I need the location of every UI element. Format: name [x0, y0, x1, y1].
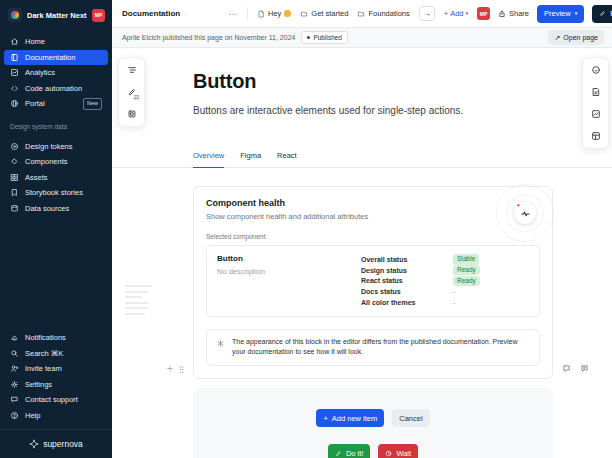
home-icon [10, 37, 19, 46]
block-icon [127, 109, 137, 119]
add-new-item-button[interactable]: + Add new item [316, 409, 384, 427]
wave-emoji-icon [284, 10, 291, 17]
sidebar-item-label: Contact support [25, 395, 78, 404]
folder-icon [357, 10, 365, 18]
tab-overview[interactable]: Overview [193, 151, 224, 168]
status-row: All color themes - [361, 297, 529, 308]
sidebar-item-portal[interactable]: Portal New [4, 96, 108, 112]
sidebar-data-nav: Design tokens Components Assets Storyboo… [0, 134, 112, 217]
sidebar-main-nav: Home Documentation Analytics Code automa… [0, 29, 112, 112]
help-icon [10, 411, 19, 420]
folder-icon [300, 10, 308, 18]
sidebar-item-data-sources[interactable]: Data sources [4, 201, 108, 217]
chevron-down-icon: ▾ [465, 11, 468, 16]
insert-block-icon[interactable]: + [167, 364, 173, 374]
gear-icon [10, 380, 19, 389]
page-settings-button[interactable] [584, 81, 607, 103]
sidebar-item-assets[interactable]: Assets [4, 170, 108, 186]
user-avatar[interactable]: MP [92, 9, 105, 22]
toc-icon [127, 65, 137, 75]
page-tab-get-started[interactable]: Get started [300, 9, 348, 18]
block-title: Component health [206, 198, 540, 208]
editor-left-toolbar: 22 [118, 57, 145, 127]
status-row: React status Ready [361, 276, 529, 287]
blocks-button[interactable] [120, 103, 143, 125]
sidebar-item-code-automation[interactable]: Code automation [4, 81, 108, 97]
publish-button[interactable]: Publish ▾ [592, 5, 612, 23]
open-page-button[interactable]: ↗ Open page [548, 30, 604, 45]
clock-icon [385, 450, 392, 457]
chart-icon [591, 109, 601, 119]
share-button[interactable]: Share [498, 9, 529, 18]
status-table: Overall status Stable Design status Read… [361, 254, 529, 308]
sidebar-item-label: Search ⌘K [25, 349, 63, 358]
search-icon [10, 349, 19, 358]
pencil-icon [335, 450, 342, 457]
sidebar-item-notifications[interactable]: Notifications [4, 330, 108, 346]
block-subtitle: Show component health and additional att… [206, 212, 540, 221]
comment-history-icon[interactable] [580, 364, 589, 373]
code-icon [10, 84, 19, 93]
next-page-button[interactable]: → [419, 6, 435, 21]
cancel-button[interactable]: Cancel [392, 409, 429, 427]
sidebar-item-documentation[interactable]: Documentation [4, 50, 108, 66]
supernova-star-icon [29, 439, 39, 449]
toc-preview-skeleton[interactable] [125, 285, 152, 315]
sidebar-item-design-tokens[interactable]: Design tokens [4, 139, 108, 155]
sidebar-item-label: Storybook stories [25, 188, 83, 197]
sidebar-item-search[interactable]: Search ⌘K [4, 346, 108, 362]
wait-button[interactable]: Wait [378, 444, 418, 458]
sidebar-item-label: Portal [25, 99, 45, 108]
status-badge: Ready [453, 265, 480, 275]
component-health-block[interactable]: ♥ Component health Show component health… [193, 186, 553, 379]
sidebar-item-invite-team[interactable]: Invite team [4, 361, 108, 377]
toc-button[interactable] [120, 59, 143, 81]
layout-button[interactable] [584, 125, 607, 147]
more-menu-icon[interactable]: ⋯ [229, 9, 239, 19]
sidebar-item-label: Settings [25, 380, 52, 389]
sidebar-item-label: Code automation [25, 84, 82, 93]
sidebar-item-label: Analytics [25, 68, 55, 77]
drag-handle-icon[interactable] [178, 365, 185, 374]
arrow-right-icon: → [423, 9, 431, 18]
page-tab-foundations[interactable]: Foundations [357, 9, 409, 18]
external-link-icon: ↗ [554, 34, 560, 42]
sidebar-item-help[interactable]: Help [4, 408, 108, 424]
page-subtitle: Buttons are interactive elements used fo… [193, 105, 463, 116]
tab-figma[interactable]: Figma [240, 151, 261, 167]
main-area: Documentation ⋯ Hey Get started Foundati… [112, 0, 612, 458]
edits-button[interactable]: 22 [120, 81, 143, 103]
status-empty-value: - [453, 288, 455, 295]
plus-icon: + [323, 414, 327, 423]
assets-icon [10, 173, 19, 182]
sidebar-item-contact-support[interactable]: Contact support [4, 392, 108, 408]
workspace-switcher[interactable]: Dark Matter Next... MP [0, 0, 112, 29]
page-tab-hey[interactable]: Hey [257, 9, 291, 18]
add-comment-icon[interactable] [562, 364, 571, 373]
sidebar-item-storybook-stories[interactable]: Storybook stories [4, 185, 108, 201]
page-analytics-button[interactable] [584, 103, 607, 125]
sidebar-item-home[interactable]: Home [4, 34, 108, 50]
add-page-button[interactable]: + Add ▾ [444, 9, 468, 18]
component-icon [10, 157, 19, 166]
user-avatar[interactable]: MP [477, 7, 490, 20]
sidebar-item-settings[interactable]: Settings [4, 377, 108, 393]
layout-icon [591, 131, 601, 141]
sidebar-item-components[interactable]: Components [4, 154, 108, 170]
sidebar-section-label: Design system data [0, 112, 112, 134]
preview-button[interactable]: Preview ▾ [537, 5, 584, 23]
status-row: Docs status - [361, 286, 529, 297]
book-icon [10, 53, 19, 62]
comments-button[interactable] [584, 59, 607, 81]
sidebar-item-label: Home [25, 37, 45, 46]
page-tabs: Overview Figma React [112, 147, 612, 168]
top-bar: Documentation ⋯ Hey Get started Foundati… [112, 0, 612, 28]
sidebar: Dark Matter Next... MP Home Documentatio… [0, 0, 112, 458]
sidebar-item-analytics[interactable]: Analytics [4, 65, 108, 81]
portal-icon [10, 99, 19, 108]
page-edit-icon [591, 87, 601, 97]
sidebar-item-label: Data sources [25, 204, 69, 213]
tab-react[interactable]: React [277, 151, 297, 167]
do-it-button[interactable]: Do it! [328, 444, 371, 458]
publish-status-bar: Aprile Elcich published this page on Nov… [112, 28, 612, 48]
